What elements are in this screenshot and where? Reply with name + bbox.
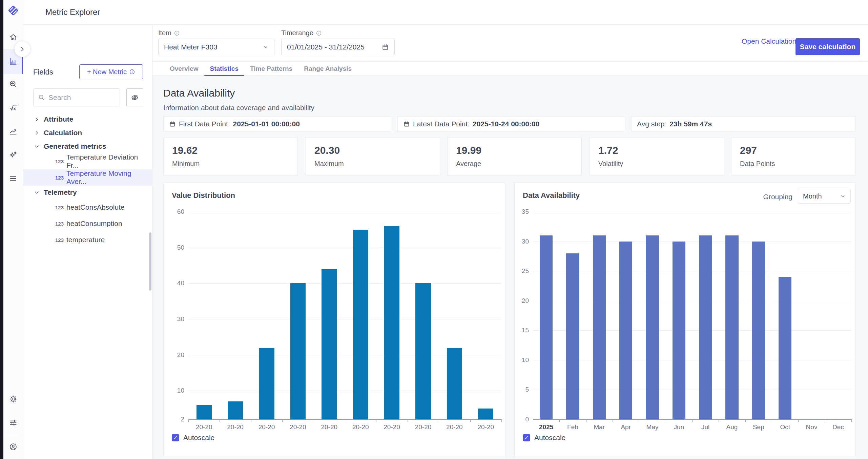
x-axis-label: Feb	[559, 423, 586, 431]
open-calculation-link[interactable]: Open Calculation	[742, 37, 796, 45]
axis-tick	[533, 419, 533, 422]
icon-sidebar	[3, 0, 23, 459]
axis-tick	[798, 419, 799, 422]
tab-statistics[interactable]: Statistics	[204, 62, 244, 76]
y-axis-label: 35	[511, 208, 529, 215]
x-axis-label: Oct	[772, 423, 798, 431]
gridline	[533, 390, 851, 390]
gridline	[533, 271, 851, 271]
checkbox-checked-icon[interactable]: ✓	[523, 434, 530, 441]
x-axis-label: Jul	[692, 423, 719, 431]
search-input[interactable]	[48, 93, 106, 102]
checkbox-checked-icon[interactable]: ✓	[172, 434, 179, 441]
axis-tick	[345, 419, 345, 422]
data-availability-chart: 051015202530352025FebMarAprMayJunJulAugS…	[515, 183, 855, 457]
axis-tick	[772, 419, 772, 422]
x-axis-label: 20-20	[314, 423, 345, 431]
calendar-icon	[403, 121, 410, 127]
trend-icon[interactable]	[3, 123, 23, 140]
x-axis-label: 2025	[533, 423, 559, 431]
new-metric-button[interactable]: + New Metric	[79, 64, 143, 79]
axis-tick	[470, 419, 471, 422]
stat-maximum: 20.30Maximum	[306, 137, 440, 176]
gridline	[533, 301, 851, 301]
tab-range-analysis[interactable]: Range Analysis	[298, 62, 357, 76]
axis-tick	[188, 419, 189, 422]
tab-bar: Overview Statistics Time Patterns Range …	[152, 61, 868, 76]
gridline	[188, 212, 501, 212]
x-axis-label: 20-20	[376, 423, 407, 431]
info-icon	[129, 69, 135, 75]
axis-tick	[692, 419, 693, 422]
menu-icon[interactable]	[3, 170, 23, 187]
timerange-input[interactable]: 01/01/2025 - 31/12/2025	[281, 39, 395, 55]
app-logo[interactable]	[7, 4, 20, 17]
tree-item-temperature[interactable]: 123 temperature	[23, 232, 152, 248]
stat-volatility: 1.72Volatility	[590, 137, 724, 176]
numeric-field-icon: 123	[55, 159, 64, 164]
autoscale-toggle[interactable]: ✓ Autoscale	[172, 434, 214, 442]
tree-group-attribute[interactable]: Attribute	[23, 112, 152, 126]
tree-item-heatconsabsolute[interactable]: 123 heatConsAbsolute	[23, 199, 152, 215]
item-select[interactable]: Heat Meter F303	[158, 39, 274, 55]
search-icon	[38, 94, 45, 101]
x-axis-label: 20-20	[345, 423, 376, 431]
app-edge-strip	[0, 0, 3, 459]
chart-bar	[197, 405, 212, 419]
ai-sparkles-icon[interactable]	[3, 147, 23, 163]
tree-group-calculation[interactable]: Calculation	[23, 126, 152, 140]
x-axis-label: 20-20	[408, 423, 439, 431]
numeric-field-icon: 123	[55, 205, 64, 210]
x-axis-label: Dec	[825, 423, 851, 431]
formula-icon[interactable]	[3, 100, 23, 116]
gridline	[188, 283, 501, 284]
x-axis-label: Mar	[586, 423, 613, 431]
y-axis-label: 25	[511, 267, 529, 275]
y-axis-label: 60	[166, 208, 184, 215]
fields-scrollbar[interactable]	[149, 232, 151, 291]
axis-tick	[825, 419, 825, 422]
eye-off-icon	[130, 93, 139, 102]
x-axis-label: Sep	[745, 423, 772, 431]
axis-tick	[501, 419, 502, 422]
y-axis-label: 20	[511, 297, 529, 305]
fields-tree: Attribute Calculation Generated metrics …	[23, 112, 152, 248]
autoscale-toggle[interactable]: ✓ Autoscale	[523, 434, 565, 442]
preferences-sliders-icon[interactable]	[3, 415, 23, 431]
axis-tick	[439, 419, 439, 422]
search-analytics-icon[interactable]	[3, 76, 23, 92]
tab-time-patterns[interactable]: Time Patterns	[244, 62, 298, 76]
y-axis-label: 20	[166, 351, 184, 359]
info-icon	[316, 30, 322, 36]
x-axis-label: 20-20	[220, 423, 251, 431]
tree-group-telemetry[interactable]: Telemetry	[23, 186, 152, 199]
hide-fields-button[interactable]	[126, 88, 143, 106]
chart-bar	[322, 269, 337, 419]
section-title: Data Availability	[163, 87, 235, 99]
latest-data-point-card: Latest Data Point:2025-10-24 00:00:00	[397, 116, 625, 132]
x-axis-label: 20-20	[251, 423, 282, 431]
x-axis-label: Nov	[798, 423, 825, 431]
tree-item-temperature-deviation[interactable]: 123 Temperature Deviation Fr...	[23, 153, 152, 169]
save-calculation-button[interactable]: Save calculation	[795, 38, 860, 55]
axis-tick	[613, 419, 613, 422]
chart-bar	[353, 230, 368, 419]
x-axis-label: Jun	[666, 423, 692, 431]
collapse-panel-button[interactable]	[15, 41, 30, 57]
chart-bar	[699, 235, 712, 419]
chart-bar	[228, 401, 243, 419]
chart-bar	[593, 235, 606, 419]
y-axis-label: 30	[166, 315, 184, 323]
axis-tick	[314, 419, 314, 422]
chart-bar	[259, 348, 274, 419]
tab-overview[interactable]: Overview	[164, 62, 204, 76]
tree-group-generated-metrics[interactable]: Generated metrics	[23, 140, 152, 153]
chevron-down-icon	[34, 190, 40, 195]
settings-gear-icon[interactable]	[3, 391, 23, 407]
account-avatar-icon[interactable]	[3, 439, 23, 455]
tree-item-heatconsumption[interactable]: 123 heatConsumption	[23, 215, 152, 232]
stat-minimum: 19.62Minimum	[163, 137, 298, 176]
y-axis-label: 30	[511, 238, 529, 245]
tree-item-temperature-moving-average[interactable]: 123 Temperature Moving Aver...	[23, 169, 152, 186]
chart-bar	[415, 283, 431, 419]
